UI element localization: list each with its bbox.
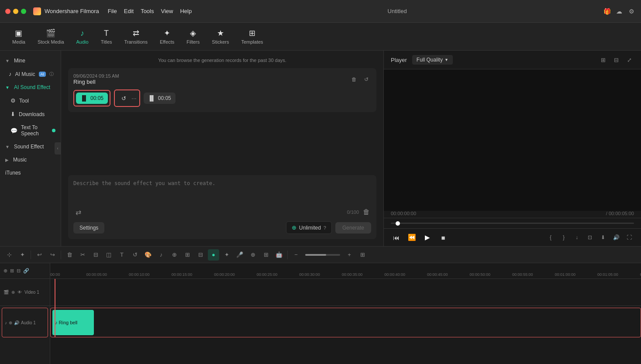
play-button[interactable]: ▶ <box>422 232 433 243</box>
sidebar-item-text-to-speech[interactable]: 💬 Text To Speech <box>0 121 61 140</box>
tl-delete-button[interactable]: 🗑 <box>64 249 75 261</box>
tl-ai-tool[interactable]: 🤖 <box>273 249 285 261</box>
zoom-slider[interactable] <box>305 254 340 256</box>
sidebar-item-music[interactable]: ▶ Music <box>0 153 61 166</box>
toolbar-templates[interactable]: ⊞ Templates <box>236 26 268 47</box>
tl-audio-tool[interactable]: ♪ <box>155 249 167 261</box>
audio-track-add-icon[interactable]: ⊕ <box>9 320 12 325</box>
mark-out-icon[interactable]: } <box>559 233 569 242</box>
tl-clip-tool[interactable]: ⊕ <box>169 249 180 261</box>
track-add-icon[interactable]: ⊕ <box>3 268 7 274</box>
char-count: 0/100 <box>347 209 359 215</box>
more-options-button[interactable]: ··· <box>131 95 137 102</box>
tl-split-tool[interactable]: ⊟ <box>195 249 206 261</box>
generate-button[interactable]: Generate <box>335 222 371 234</box>
fullscreen-player-icon[interactable]: ⛶ <box>624 233 634 242</box>
fullscreen-button[interactable] <box>21 9 26 14</box>
titlebar-right: 🎁 ☁ ⚙ <box>603 7 636 16</box>
audio-item-2[interactable]: ▐▌ 00:05 <box>144 93 176 104</box>
toolbar-transitions[interactable]: ⇄ Transitions <box>119 26 153 47</box>
mark-in-icon[interactable]: { <box>546 233 555 242</box>
menu-help[interactable]: Help <box>180 8 192 14</box>
tl-mic-tool[interactable]: 🎤 <box>234 249 245 261</box>
tl-zoom-out-button[interactable]: − <box>290 249 302 261</box>
audio-clip[interactable]: ♪ Ring bell <box>52 310 94 335</box>
toolbar-titles[interactable]: T Titles <box>96 26 117 47</box>
shuffle-button[interactable]: ⇄ <box>73 207 83 217</box>
toolbar-stickers[interactable]: ★ Stickers <box>207 26 234 47</box>
step-back-button[interactable]: ⏪ <box>407 232 417 243</box>
tl-effect-tool[interactable]: ✦ <box>221 249 232 261</box>
ai-sound-panel: You can browse the generation records fo… <box>61 51 383 175</box>
clear-prompt-button[interactable]: 🗑 <box>362 207 371 217</box>
timeline-progress[interactable] <box>391 223 634 224</box>
tl-speed-tool[interactable]: ↺ <box>129 249 141 261</box>
toolbar-audio[interactable]: ♪ Audio <box>71 26 94 47</box>
cloud-icon[interactable]: ☁ <box>615 7 624 16</box>
stop-button[interactable]: ■ <box>438 232 448 243</box>
tl-mask-tool[interactable]: ◫ <box>103 249 114 261</box>
tl-color-tool[interactable]: 🎨 <box>142 249 154 261</box>
prompt-input[interactable] <box>73 180 371 202</box>
track-link-icon[interactable]: 🔗 <box>23 268 29 274</box>
volume-icon[interactable]: 🔊 <box>611 233 621 242</box>
close-button[interactable] <box>5 9 10 14</box>
menu-file[interactable]: File <box>108 8 117 14</box>
sidebar-collapse-button[interactable]: ‹ <box>55 142 61 155</box>
quality-select[interactable]: Full Quality ▼ <box>412 55 453 65</box>
sidebar-item-tool[interactable]: ⚙ Tool <box>0 94 61 107</box>
tl-compound-tool[interactable]: ⊞ <box>260 249 272 261</box>
minimize-button[interactable] <box>13 9 18 14</box>
video-track-add-icon[interactable]: ⊕ <box>11 290 15 295</box>
tl-select-tool[interactable]: ⊹ <box>3 249 15 261</box>
settings-button[interactable]: Settings <box>73 222 104 234</box>
menu-view[interactable]: View <box>161 8 173 14</box>
play-pause-button[interactable]: ↺ <box>117 92 130 104</box>
track-snap-icon[interactable]: ⊟ <box>17 268 21 274</box>
tl-ripple-tool[interactable]: ● <box>208 249 219 261</box>
ruler-mark-4: 00:00:20:00 <box>214 272 235 278</box>
tl-layout-button[interactable]: ⊞ <box>357 249 368 261</box>
tl-voice-tool[interactable]: ⊕ <box>247 249 258 261</box>
tl-magnetic-tool[interactable]: ✦ <box>17 249 28 261</box>
tl-zoom-in-button[interactable]: + <box>344 249 355 261</box>
sidebar-item-ai-sound-effect[interactable]: ▼ AI Sound Effect <box>0 81 61 94</box>
add-to-timeline-icon[interactable]: ↓ <box>572 233 582 242</box>
tl-redo-button[interactable]: ↪ <box>47 249 58 261</box>
toolbar-media[interactable]: ▣ Media <box>7 26 31 47</box>
rewind-button[interactable]: ⏮ <box>391 232 401 243</box>
toolbar-filters[interactable]: ◈ Filters <box>181 26 205 47</box>
toolbar-stock[interactable]: 🎬 Stock Media <box>32 26 69 47</box>
sidebar-item-sound-effect[interactable]: ▼ Sound Effect <box>0 140 61 153</box>
tl-cut-tool[interactable]: ✂ <box>77 249 88 261</box>
video-track-eye-icon[interactable]: 👁 <box>17 290 22 295</box>
toolbar-effects[interactable]: ✦ Effects <box>155 26 179 47</box>
track-grid-icon[interactable]: ⊞ <box>10 268 14 274</box>
audio-track-eye-icon[interactable]: 🔊 <box>14 320 19 325</box>
settings-icon[interactable]: ⚙ <box>627 7 636 16</box>
player-grid-icon[interactable]: ⊞ <box>598 55 608 65</box>
tl-text-tool[interactable]: T <box>116 249 128 261</box>
menu-edit[interactable]: Edit <box>124 8 134 14</box>
sidebar-item-downloads[interactable]: ⬇ Downloads <box>0 107 61 121</box>
ruler-mark-6: 00:00:30:00 <box>299 272 320 278</box>
gift-icon[interactable]: 🎁 <box>603 7 611 16</box>
tl-extend-tool[interactable]: ⊞ <box>182 249 193 261</box>
save-frame-icon[interactable]: ⬇ <box>598 233 608 242</box>
screenshot-icon[interactable]: ⊡ <box>585 233 595 242</box>
menu-tools[interactable]: Tools <box>141 8 154 14</box>
content-area: You can browse the generation records fo… <box>61 51 383 246</box>
tl-crop-tool[interactable]: ⊟ <box>90 249 101 261</box>
sidebar-item-itunes[interactable]: iTunes <box>0 166 61 179</box>
refresh-record-button[interactable]: ↺ <box>362 75 371 84</box>
unlimited-button[interactable]: ⊕ Unlimited ? <box>286 221 332 234</box>
player-layout-icon[interactable]: ⊟ <box>611 55 621 65</box>
tl-undo-button[interactable]: ↩ <box>34 249 45 261</box>
stock-label: Stock Media <box>38 39 64 45</box>
unlimited-label: Unlimited <box>299 225 321 231</box>
sidebar-item-ai-music[interactable]: ♪ AI Music AI ⓘ <box>0 67 61 81</box>
player-expand-icon[interactable]: ⤢ <box>624 55 634 65</box>
audio-item-1[interactable]: ▐▌ 00:05 <box>76 93 108 104</box>
sidebar-item-mine[interactable]: ▼ Mine <box>0 54 61 67</box>
delete-record-button[interactable]: 🗑 <box>349 75 359 84</box>
